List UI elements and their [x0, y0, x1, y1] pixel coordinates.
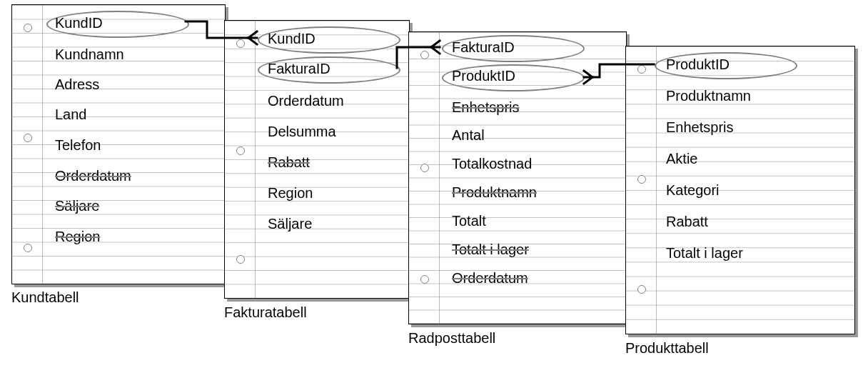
field-saljare: Säljare [268, 216, 312, 232]
field-rabatt: Rabatt [666, 214, 708, 230]
field-delsumma: Delsumma [268, 124, 336, 140]
entity-caption-kund: Kundtabell [11, 289, 79, 306]
field-produktid: ProduktID [666, 56, 730, 73]
field-antal: Antal [452, 127, 485, 144]
field-fakturaid-fk: FakturaID [452, 39, 515, 56]
field-produktid-fk: ProduktID [452, 68, 515, 84]
entity-card-produkt: ProduktID Produktnamn Enhetspris Aktie K… [625, 46, 855, 334]
field-kundid: KundID [55, 15, 103, 31]
field-kategori: Kategori [666, 182, 720, 199]
field-land: Land [55, 106, 87, 123]
field-aktie: Aktie [666, 151, 697, 167]
field-orderdatum-removed-radpost: Orderdatum [452, 270, 528, 287]
field-orderdatum: Orderdatum [268, 93, 344, 109]
field-enhetspris-removed: Enhetspris [452, 99, 520, 116]
field-telefon: Telefon [55, 137, 101, 154]
field-totaltilager-removed: Totalt i lager [452, 242, 529, 258]
entity-card-kund: KundID Kundnamn Adress Land Telefon Orde… [11, 4, 226, 284]
field-region: Region [268, 185, 313, 202]
field-kundid-fk: KundID [268, 31, 316, 47]
entity-caption-radpost: Radposttabell [408, 330, 495, 347]
field-produktnamn: Produktnamn [666, 88, 751, 104]
field-adress: Adress [55, 76, 99, 93]
field-saljare-removed: Säljare [55, 198, 99, 214]
field-totalt: Totalt [452, 213, 486, 229]
entity-caption-faktura: Fakturatabell [224, 304, 307, 321]
field-kundnamn: Kundnamn [55, 46, 124, 63]
field-produktnamn-removed: Produktnamn [452, 184, 537, 201]
field-region-removed: Region [55, 229, 100, 245]
field-totalkostnad: Totalkostnad [452, 156, 532, 172]
entity-card-faktura: KundID FakturaID Orderdatum Delsumma Rab… [224, 20, 410, 299]
field-rabatt-removed: Rabatt [268, 154, 310, 171]
entity-caption-produkt: Produkttabell [625, 340, 709, 357]
field-totaltilager: Totalt i lager [666, 245, 743, 262]
field-enhetspris: Enhetspris [666, 119, 734, 136]
entity-card-radpost: FakturaID ProduktID Enhetspris Antal Tot… [408, 31, 627, 324]
field-fakturaid: FakturaID [268, 61, 330, 77]
field-orderdatum-removed: Orderdatum [55, 168, 131, 184]
